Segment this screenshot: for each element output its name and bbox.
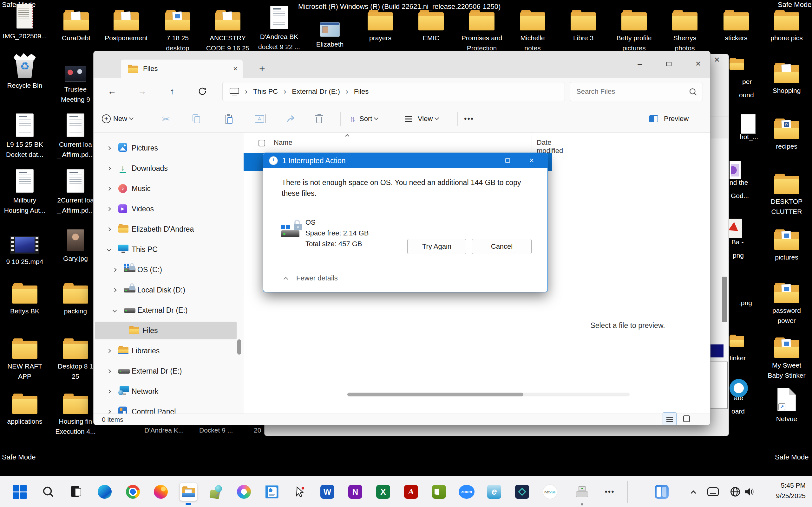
share-button[interactable] — [286, 109, 297, 128]
search-box[interactable] — [570, 82, 703, 101]
scrollbar-thumb[interactable] — [722, 277, 727, 322]
taskbar-button-esword[interactable] — [430, 483, 448, 501]
chevron-right-icon[interactable] — [113, 288, 117, 292]
desktop-icon-applications[interactable]: applications — [0, 389, 50, 427]
breadcrumb-chevron-icon[interactable]: › — [284, 87, 286, 96]
new-tab-button[interactable]: + — [259, 63, 265, 75]
new-button[interactable]: + New — [102, 109, 133, 128]
taskbar-button-edge[interactable] — [96, 483, 113, 501]
desktop-icon-netvue[interactable]: ↗Netvue — [761, 386, 812, 424]
chevron-right-icon[interactable] — [107, 349, 111, 353]
details-view-button[interactable] — [663, 412, 676, 425]
breadcrumb-item[interactable]: Files — [354, 88, 368, 96]
desktop-icon-dandrea-bk-docket[interactable]: D'Andrea BKdocket 9 22 ... — [254, 4, 305, 52]
taskbar-button-chrome[interactable] — [124, 483, 142, 501]
minimize-button[interactable]: – — [474, 153, 493, 168]
maximize-button[interactable] — [659, 57, 679, 71]
desktop-icon-stickers[interactable]: stickers — [711, 5, 762, 43]
breadcrumb-item[interactable]: External Dr (E:) — [292, 88, 340, 96]
taskbar-button-more[interactable]: ••• — [601, 483, 618, 501]
close-button[interactable]: × — [688, 57, 708, 71]
desktop-icon-sherrys-photos[interactable]: Sherrysphotos — [659, 5, 710, 53]
chevron-right-icon[interactable] — [107, 389, 111, 394]
desktop-icon-michelle-notes[interactable]: Michellenotes — [507, 5, 558, 53]
taskbar-button-acrobat[interactable]: A — [402, 483, 420, 501]
desktop-icon-l9-15-25-bk-docket[interactable]: L9 15 25 BKDocket dat... — [0, 112, 50, 160]
chevron-right-icon[interactable] — [113, 268, 117, 272]
search-input[interactable] — [576, 82, 684, 101]
preview-toggle-button[interactable]: Preview — [649, 109, 691, 128]
sidebar-item-external-dr-e-2[interactable]: External Dr (E:) — [95, 362, 237, 380]
chevron-down-icon[interactable] — [113, 308, 117, 313]
minimize-button[interactable]: – — [629, 57, 650, 71]
taskbar-button-file-explorer[interactable] — [180, 483, 197, 501]
desktop-icon-9-10-25-mp4[interactable]: 9 10 25.mp4 — [0, 229, 50, 267]
desktop-icon-recipes[interactable]: Wrecipes — [761, 113, 812, 152]
horizontal-scrollbar[interactable] — [347, 393, 629, 396]
taskbar-button-firefox[interactable] — [152, 483, 170, 501]
desktop-icon-millbury-housing[interactable]: MillburyHousing Aut... — [0, 167, 50, 216]
taskbar-button-volume[interactable] — [740, 483, 758, 501]
copy-button[interactable] — [193, 109, 201, 128]
desktop-icon-shopping[interactable]: Shopping — [761, 58, 812, 96]
taskbar-button-task-view[interactable] — [67, 483, 85, 501]
scrollbar-thumb[interactable] — [237, 339, 241, 354]
breadcrumb-chevron-icon[interactable]: › — [245, 87, 247, 96]
desktop-icon-pictures-folder[interactable]: pictures — [761, 224, 812, 262]
sidebar-item-local-disk-d[interactable]: Local Disk (D:) — [95, 281, 237, 299]
desktop-icon-new-raft-app[interactable]: NEW RAFTAPP — [0, 333, 50, 382]
desktop-icon-recycle-bin[interactable]: ♻Recycle Bin — [0, 53, 50, 91]
taskbar-clock[interactable]: 5:45 PM 9/25/2025 — [776, 480, 806, 501]
desktop-icon-prayers[interactable]: prayers — [355, 5, 406, 43]
view-button[interactable]: View — [405, 109, 438, 128]
cancel-button[interactable]: Cancel — [472, 239, 531, 254]
taskbar-button-chevron-up[interactable] — [684, 483, 702, 501]
desktop-icon-postponement[interactable]: Postponement — [101, 5, 152, 43]
desktop-icon-promises-and-protection[interactable]: Promises andProtection — [456, 5, 507, 53]
sidebar-item-control-panel[interactable]: Control Panel — [95, 403, 237, 413]
chevron-right-icon[interactable] — [107, 207, 111, 211]
up-button[interactable]: ↑ — [163, 82, 181, 100]
desktop-icon-libre-3[interactable]: Libre 3 — [558, 5, 609, 43]
more-options-button[interactable]: ••• — [464, 109, 474, 128]
scrollbar-thumb[interactable] — [347, 393, 523, 396]
taskbar-button-start[interactable] — [11, 483, 29, 501]
chevron-down-icon[interactable] — [107, 247, 111, 251]
sidebar-item-os-c[interactable]: OS (C:) — [95, 261, 237, 279]
paste-button[interactable] — [225, 109, 233, 128]
taskbar-button-pushpin-app[interactable] — [207, 483, 225, 501]
sidebar-item-files[interactable]: Files — [95, 322, 237, 339]
desktop-icon-bettys-bk[interactable]: Bettys BK — [0, 278, 50, 316]
sidebar-item-this-pc[interactable]: This PC — [95, 240, 237, 258]
taskbar-button-zoom-app[interactable]: zoom — [458, 483, 475, 501]
back-button[interactable]: ← — [103, 82, 121, 100]
taskbar-button-diamond-app[interactable] — [513, 483, 531, 501]
taskbar-button-cursor-app[interactable] — [291, 483, 309, 501]
desktop-icon-7-18-25-desktop[interactable]: 7 18 25desktop — [152, 5, 203, 53]
desktop-icon-password-power[interactable]: passwordpower — [761, 278, 812, 326]
try-again-button[interactable]: Try Again — [407, 239, 466, 254]
chevron-right-icon[interactable] — [107, 369, 111, 373]
sidebar-item-downloads[interactable]: ↓Downloads — [95, 159, 237, 177]
close-icon[interactable]: × — [714, 54, 720, 65]
sidebar-item-elizabeth-dandrea[interactable]: Elizabeth D'Andrea — [95, 220, 237, 238]
desktop-icon-my-sweet-baby-stinker[interactable]: My SweetBaby Stinker — [761, 332, 812, 381]
forward-button[interactable]: → — [133, 82, 151, 100]
taskbar-button-onenote[interactable]: N — [346, 483, 364, 501]
thumbnail-view-button[interactable] — [680, 412, 694, 425]
breadcrumb-chevron-icon[interactable]: › — [346, 87, 348, 96]
sidebar-item-external-dr-e[interactable]: External Dr (E:) — [95, 301, 237, 319]
sidebar-item-libraries[interactable]: Libraries — [95, 342, 237, 360]
refresh-button[interactable] — [194, 82, 211, 100]
column-name[interactable]: Name — [274, 138, 293, 147]
taskbar-button-widgets[interactable] — [653, 483, 670, 501]
taskbar-button-ie-app[interactable]: e — [485, 483, 503, 501]
sort-button[interactable]: ↑↓ Sort — [350, 109, 378, 128]
sidebar-item-videos[interactable]: ▶Videos — [95, 200, 237, 218]
chevron-right-icon[interactable] — [107, 410, 111, 413]
sidebar-item-network[interactable]: Network — [95, 383, 237, 400]
desktop-icon-betty-profile-pictures[interactable]: Betty profilepictures — [609, 5, 659, 53]
taskbar-button-copilot[interactable] — [235, 483, 253, 501]
fewer-details-toggle[interactable]: Fewer details — [284, 274, 338, 282]
breadcrumb-item[interactable]: This PC — [253, 88, 278, 96]
